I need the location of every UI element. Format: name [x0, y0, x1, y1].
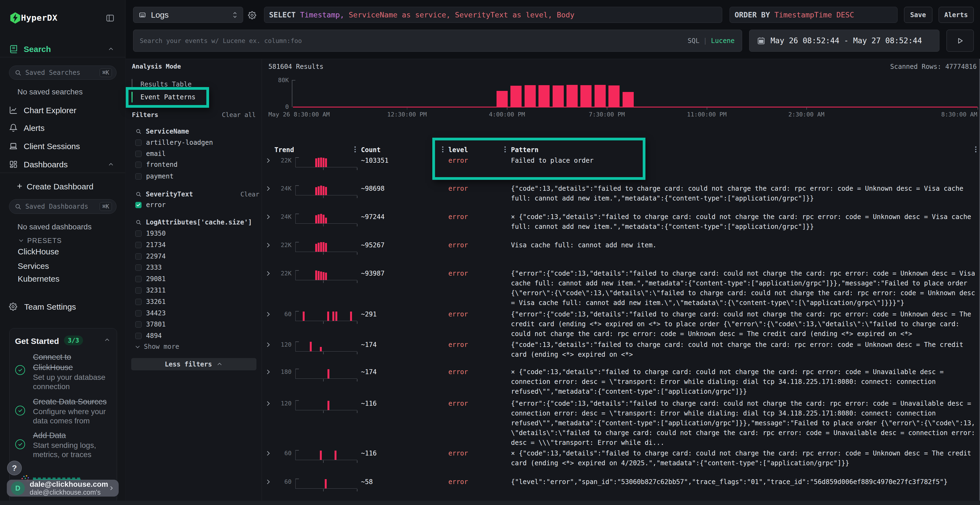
- histogram-bar[interactable]: [525, 85, 536, 107]
- pattern-text[interactable]: {"error":{"code":13,"details":"failed to…: [511, 399, 978, 448]
- lucene-search-input[interactable]: Search your events w/ Lucene ex. column:…: [133, 30, 742, 52]
- filter-option-2333[interactable]: 2333: [135, 264, 162, 271]
- pattern-text[interactable]: {"code":13,"details":"failed to charge c…: [511, 340, 978, 359]
- column-header-trend[interactable]: Trend: [274, 146, 294, 154]
- get-started-step-title[interactable]: Connect to ClickHouse: [33, 352, 110, 373]
- pattern-row[interactable]: 120~174error{"code":13,"details":"failed…: [262, 340, 980, 367]
- get-started-chevron-up-icon[interactable]: [104, 337, 110, 343]
- filter-option-37801[interactable]: 37801: [135, 321, 166, 328]
- filter-option-payment[interactable]: payment: [135, 173, 174, 180]
- date-range-picker[interactable]: May 26 08:52:44 - May 27 08:52:44: [749, 30, 939, 52]
- checkbox-unchecked[interactable]: [135, 230, 142, 237]
- search-section-chevron-up-icon[interactable]: [108, 46, 114, 52]
- tab-results-table[interactable]: Results Table: [132, 78, 251, 91]
- dashboards-chevron-up-icon[interactable]: [108, 161, 114, 168]
- pattern-text[interactable]: × {"code":13,"details":"failed to charge…: [511, 448, 978, 468]
- clear-all-filters-link[interactable]: Clear all: [222, 111, 256, 118]
- sql-select-input[interactable]: SELECT Timestamp, ServiceName as service…: [264, 7, 722, 23]
- less-filters-button[interactable]: Less filters: [131, 358, 256, 370]
- sidebar-item-clickhouse[interactable]: ClickHouse: [18, 247, 59, 256]
- pattern-row[interactable]: 22K~95267errorVisa cache full: cannot ad…: [262, 240, 980, 268]
- pattern-row[interactable]: 22K~103351errorFailed to place order: [262, 156, 980, 184]
- column-header-count[interactable]: Count: [361, 146, 380, 154]
- pattern-row[interactable]: 180~174error× {"code":13,"details":"fail…: [262, 367, 980, 399]
- checkbox-unchecked[interactable]: [135, 276, 142, 282]
- get-started-step-title[interactable]: Add Data: [33, 430, 110, 440]
- checkbox-unchecked[interactable]: [135, 253, 142, 260]
- pattern-row[interactable]: 24K~98698error{"code":13,"details":"fail…: [262, 184, 980, 212]
- sidebar-item-kubernetes[interactable]: Kubernetes: [18, 274, 59, 284]
- pattern-text[interactable]: × {"code":13,"details":"failed to charge…: [511, 212, 978, 232]
- checkbox-unchecked[interactable]: [135, 173, 142, 179]
- show-more-link[interactable]: Show more: [134, 343, 180, 351]
- pattern-row[interactable]: 60~116error× {"code":13,"details":"faile…: [262, 448, 980, 477]
- tab-event-patterns[interactable]: Event Patterns: [132, 91, 251, 103]
- collapse-sidebar-button[interactable]: [106, 14, 115, 22]
- sidebar-item-services[interactable]: Services: [18, 262, 49, 271]
- pattern-text[interactable]: Visa cache full: cannot add new item.: [511, 240, 978, 250]
- pattern-text[interactable]: {"error":{"code":13,"details":"failed to…: [511, 310, 978, 339]
- pattern-row[interactable]: 60~291error{"error":{"code":13,"details"…: [262, 310, 980, 340]
- column-header-pattern[interactable]: Pattern: [511, 146, 538, 154]
- source-settings-gear-icon[interactable]: [248, 11, 256, 19]
- pattern-text[interactable]: × {"code":13,"details":"failed to charge…: [511, 367, 978, 397]
- sidebar-item-alerts[interactable]: Alerts: [24, 124, 45, 133]
- filter-option-33261[interactable]: 33261: [135, 298, 166, 306]
- filter-option-21734[interactable]: 21734: [135, 241, 166, 249]
- filter-option-artillery-loadgen[interactable]: artillery-loadgen: [135, 139, 213, 146]
- pattern-row[interactable]: 60~58error{"level":"error","span_id":"53…: [262, 477, 980, 504]
- checkbox-unchecked[interactable]: [135, 151, 142, 157]
- column-drag-handle-icon[interactable]: [355, 146, 356, 152]
- histogram-bar[interactable]: [538, 85, 550, 107]
- user-menu[interactable]: D dale@clickhouse.com dale@clickhouse.co…: [7, 480, 119, 497]
- histogram-bar[interactable]: [595, 85, 606, 107]
- pattern-row[interactable]: 22K~93987error{"error":{"code":13,"detai…: [262, 268, 980, 310]
- saved-searches-input[interactable]: Saved Searches ⌘K: [9, 65, 116, 80]
- sidebar-item-search[interactable]: Search: [24, 44, 51, 54]
- clear-severity-filter-link[interactable]: Clear: [240, 191, 259, 198]
- column-drag-handle-icon[interactable]: [504, 146, 506, 152]
- pattern-row[interactable]: 24K~97244error× {"code":13,"details":"fa…: [262, 212, 980, 240]
- get-started-step-title[interactable]: Create Data Sources: [33, 397, 110, 407]
- save-button[interactable]: Save: [904, 7, 932, 23]
- lucene-mode-toggle[interactable]: Lucene: [711, 37, 735, 44]
- table-options-icon[interactable]: [975, 146, 977, 152]
- pattern-text[interactable]: {"level":"error","span_id":"53060b827c62…: [511, 477, 978, 487]
- help-button[interactable]: ?: [7, 461, 22, 475]
- filter-option-email[interactable]: email: [135, 150, 166, 157]
- sql-mode-toggle[interactable]: SQL: [687, 37, 699, 44]
- order-by-input[interactable]: ORDER BY TimestampTime DESC: [730, 7, 897, 23]
- filter-option-19350[interactable]: 19350: [135, 230, 166, 237]
- sidebar-item-chart-explorer[interactable]: Chart Explorer: [24, 106, 76, 115]
- right-scrollbar[interactable]: [979, 59, 980, 501]
- pattern-text[interactable]: {"code":13,"details":"failed to charge c…: [511, 184, 978, 203]
- checkbox-unchecked[interactable]: [135, 287, 142, 294]
- histogram-bar[interactable]: [496, 91, 508, 107]
- filter-option-32311[interactable]: 32311: [135, 286, 166, 294]
- histogram-bar[interactable]: [581, 85, 592, 107]
- saved-dashboards-input[interactable]: Saved Dashboards ⌘K: [9, 199, 116, 214]
- sidebar-item-dashboards[interactable]: Dashboards: [24, 160, 68, 169]
- pattern-text[interactable]: Failed to place order: [511, 156, 978, 165]
- sidebar-item-client-sessions[interactable]: Client Sessions: [24, 142, 80, 151]
- checkbox-unchecked[interactable]: [135, 264, 142, 271]
- checkbox-unchecked[interactable]: [135, 333, 142, 339]
- histogram-bar[interactable]: [553, 86, 564, 107]
- filter-option-4894[interactable]: 4894: [135, 332, 162, 340]
- filter-option-29081[interactable]: 29081: [135, 275, 166, 283]
- pattern-text[interactable]: {"error":{"code":13,"details":"failed to…: [511, 268, 978, 308]
- checkbox-unchecked[interactable]: [135, 321, 142, 327]
- column-drag-handle-icon[interactable]: [442, 146, 444, 152]
- checkbox-unchecked[interactable]: [135, 299, 142, 305]
- create-dashboard-button[interactable]: Create Dashboard: [27, 182, 93, 191]
- histogram-bar[interactable]: [622, 92, 634, 107]
- presets-section-label[interactable]: PRESETS: [27, 237, 62, 245]
- alerts-button[interactable]: Alerts: [939, 7, 974, 23]
- checkbox-unchecked[interactable]: [135, 140, 142, 146]
- presets-chevron-down-icon[interactable]: [18, 237, 24, 243]
- filter-option-34423[interactable]: 34423: [135, 310, 166, 317]
- checkbox-unchecked[interactable]: [135, 310, 142, 316]
- source-select[interactable]: Logs: [133, 7, 243, 23]
- filter-option-error[interactable]: error: [135, 201, 166, 209]
- bottom-scrollbar-track[interactable]: [0, 501, 980, 505]
